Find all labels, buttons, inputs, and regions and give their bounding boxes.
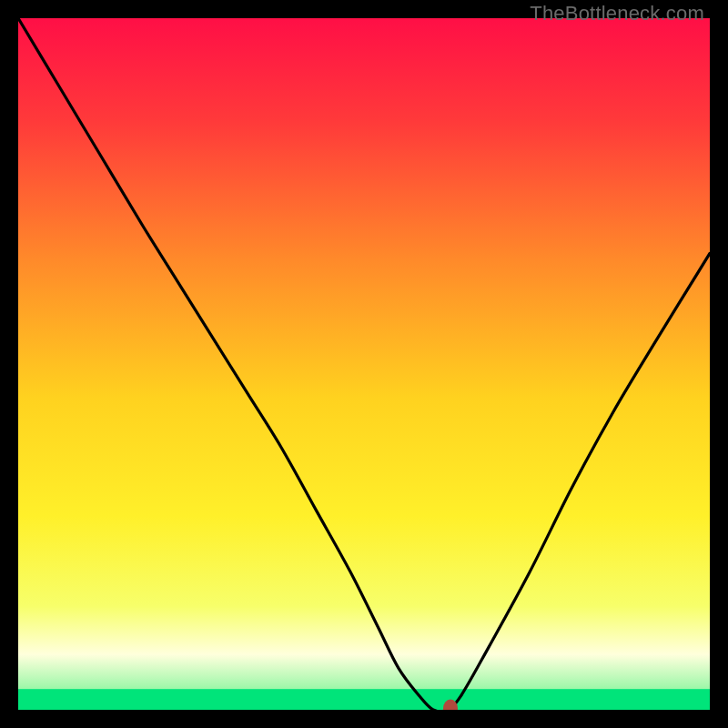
watermark-text: TheBottleneck.com bbox=[530, 2, 704, 25]
optimal-band bbox=[18, 689, 710, 710]
gradient-background bbox=[18, 18, 710, 710]
chart-frame bbox=[18, 18, 710, 710]
bottleneck-chart bbox=[18, 18, 710, 710]
